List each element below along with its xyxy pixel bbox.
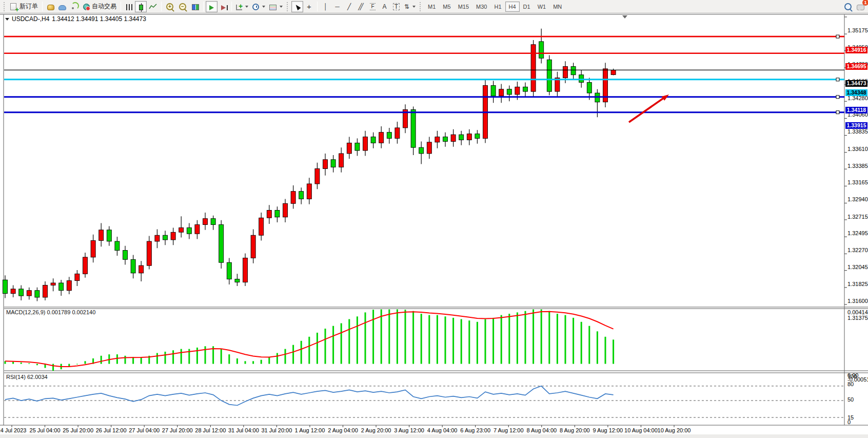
macd-bar bbox=[52, 364, 54, 371]
templates-button[interactable] bbox=[267, 1, 285, 12]
toolbar-grip[interactable] bbox=[420, 2, 422, 11]
timeframe-m5-button[interactable]: M5 bbox=[439, 2, 454, 12]
macd-bar bbox=[245, 361, 246, 364]
crosshair-button[interactable]: + bbox=[303, 1, 315, 12]
macd-bar bbox=[605, 337, 606, 364]
macd-bar bbox=[36, 364, 38, 366]
line-handle[interactable] bbox=[836, 96, 839, 99]
toolbar-grip[interactable] bbox=[4, 2, 6, 11]
chart-shift-button[interactable] bbox=[218, 1, 229, 12]
candle-body bbox=[299, 192, 304, 199]
toolbar: 新订单 自动交易 + │ ─ ╱ ╱╱ F bbox=[0, 0, 868, 13]
macd-bar bbox=[508, 314, 510, 364]
line-chart-button[interactable] bbox=[147, 1, 159, 12]
macd-bar bbox=[517, 312, 518, 364]
macd-bar bbox=[277, 353, 278, 364]
tile-windows-button[interactable] bbox=[189, 1, 201, 12]
timeframe-m30-button[interactable]: M30 bbox=[472, 2, 490, 12]
channel-icon: ╱╱ bbox=[358, 4, 363, 10]
candle-body bbox=[307, 184, 311, 199]
timeframe-m1-button[interactable]: M1 bbox=[424, 2, 439, 12]
candle-body bbox=[571, 67, 576, 75]
line-handle[interactable] bbox=[836, 35, 839, 38]
macd-bar bbox=[125, 356, 126, 364]
candle-body bbox=[27, 291, 31, 296]
auto-trading-button[interactable]: 自动交易 bbox=[81, 1, 119, 12]
candle-body bbox=[203, 219, 208, 225]
candle-body bbox=[587, 83, 591, 93]
candle-body bbox=[259, 218, 264, 235]
macd-bar bbox=[332, 326, 334, 364]
zoom-out-button[interactable] bbox=[176, 1, 189, 12]
candle-body bbox=[339, 154, 344, 167]
candle-body bbox=[131, 259, 135, 273]
bar-chart-button[interactable] bbox=[123, 1, 135, 12]
macd-bar bbox=[581, 322, 582, 364]
timeframe-w1-button[interactable]: W1 bbox=[534, 2, 550, 12]
zoom-in-icon bbox=[166, 3, 174, 11]
chat-bubble-icon bbox=[857, 5, 864, 10]
zoom-in-button[interactable] bbox=[164, 1, 176, 12]
macd-bar bbox=[308, 337, 310, 364]
candle-body bbox=[331, 160, 336, 167]
toolbar-separator bbox=[42, 2, 43, 11]
candle-body bbox=[171, 232, 175, 240]
candle-body bbox=[355, 143, 360, 150]
market-icon bbox=[47, 5, 54, 10]
toolbar-grip[interactable] bbox=[287, 2, 289, 11]
search-button[interactable] bbox=[842, 1, 855, 12]
macd-bar bbox=[21, 363, 22, 364]
channel-button[interactable]: ╱╱ bbox=[355, 1, 367, 12]
chart-title: USDCAD-,H4 1.34412 1.34491 1.34405 1.344… bbox=[5, 15, 146, 23]
signals-button[interactable] bbox=[68, 1, 81, 12]
timeframe-m15-button[interactable]: M15 bbox=[455, 2, 472, 12]
auto-scroll-button[interactable] bbox=[206, 1, 218, 12]
vertical-line-button[interactable]: │ bbox=[320, 1, 331, 12]
text-button[interactable]: A bbox=[379, 1, 390, 12]
candle-body bbox=[395, 128, 400, 139]
cursor-button[interactable] bbox=[291, 1, 303, 12]
periods-button[interactable] bbox=[250, 1, 267, 12]
horizontal-line-button[interactable]: ─ bbox=[331, 1, 343, 12]
arrows-tool-icon: ⇅ bbox=[404, 4, 409, 10]
macd-bar bbox=[588, 326, 590, 364]
candle-body bbox=[35, 291, 40, 297]
macd-bar bbox=[221, 349, 222, 364]
timeframe-mn-button[interactable]: MN bbox=[549, 2, 565, 12]
toolbar-separator bbox=[231, 2, 232, 11]
community-button[interactable] bbox=[56, 1, 68, 12]
indicators-button[interactable] bbox=[234, 1, 250, 12]
auto-scroll-icon bbox=[209, 5, 214, 10]
vertical-line-icon: │ bbox=[324, 4, 328, 10]
notifications-button[interactable]: 1 bbox=[855, 1, 866, 12]
chart-canvas[interactable] bbox=[0, 13, 868, 438]
candle-body bbox=[219, 225, 224, 263]
trendline-button[interactable]: ╱ bbox=[343, 1, 355, 12]
arrows-button[interactable]: ⇅ bbox=[402, 1, 418, 12]
line-handle[interactable] bbox=[836, 78, 839, 81]
candle-body bbox=[107, 230, 111, 241]
macd-bar bbox=[445, 316, 446, 364]
timeframe-h1-button[interactable]: H1 bbox=[490, 2, 505, 12]
fibonacci-button[interactable]: F bbox=[367, 1, 379, 12]
toolbar-separator bbox=[161, 2, 162, 11]
market-button[interactable] bbox=[45, 1, 56, 12]
new-order-button[interactable]: 新订单 bbox=[8, 1, 40, 12]
symbol-dropdown-icon[interactable] bbox=[5, 18, 9, 21]
macd-bar bbox=[357, 316, 358, 364]
candle-body bbox=[67, 281, 71, 291]
candle-body bbox=[467, 134, 471, 140]
candle-body bbox=[51, 283, 55, 285]
text-label-button[interactable]: T bbox=[390, 1, 402, 12]
line-handle[interactable] bbox=[836, 111, 839, 114]
macd-bar bbox=[292, 345, 294, 364]
macd-bar bbox=[101, 356, 102, 364]
candle-body bbox=[235, 279, 240, 282]
timeframe-h4-button[interactable]: H4 bbox=[505, 2, 520, 12]
candlestick-chart-button[interactable] bbox=[135, 1, 147, 12]
macd-bar bbox=[301, 341, 302, 364]
chart-shift-icon bbox=[221, 5, 226, 10]
macd-bar bbox=[85, 361, 86, 364]
macd-bar bbox=[116, 354, 118, 364]
timeframe-d1-button[interactable]: D1 bbox=[520, 2, 534, 12]
